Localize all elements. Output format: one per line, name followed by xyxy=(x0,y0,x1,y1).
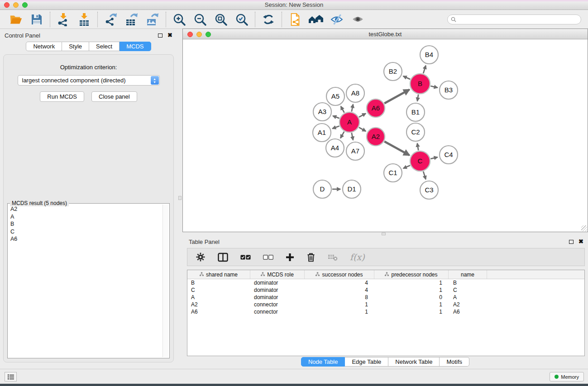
search-input[interactable] xyxy=(458,16,578,23)
edge-A-A1[interactable] xyxy=(332,126,339,129)
result-item-a[interactable]: A xyxy=(10,213,162,221)
vertical-splitter-grip[interactable] xyxy=(178,196,182,200)
import-table-icon[interactable] xyxy=(76,12,92,27)
node-label-A5: A5 xyxy=(331,92,339,100)
edge-C-C2[interactable] xyxy=(417,143,418,151)
run-mcds-button[interactable]: Run MCDS xyxy=(40,91,84,102)
minimize-network-button[interactable] xyxy=(196,32,202,37)
zoom-fit-icon[interactable] xyxy=(213,12,229,27)
function-builder-icon[interactable]: f(x) xyxy=(350,252,365,262)
tab-motifs[interactable]: Motifs xyxy=(440,357,469,367)
export-image-icon[interactable] xyxy=(145,12,160,27)
task-history-button[interactable] xyxy=(5,372,17,381)
network-view-window: testGlobe.txt B4B2BB3A5A8A6A3B1AA1C2A2A4… xyxy=(182,29,588,232)
column-header-label: successor nodes xyxy=(322,272,363,278)
column-header-name[interactable]: name xyxy=(449,270,487,279)
close-panel-icon[interactable]: ✖ xyxy=(167,33,172,38)
result-item-a2[interactable]: A2 xyxy=(10,205,162,213)
select-all-icon[interactable] xyxy=(240,255,251,260)
tab-edge-table[interactable]: Edge Table xyxy=(345,357,388,367)
tab-mcds[interactable]: MCDS xyxy=(120,42,151,51)
cell-predecessor-nodes: 1 xyxy=(374,301,449,308)
table-row-a[interactable]: Adominator80A xyxy=(187,294,584,301)
deselect-all-icon[interactable] xyxy=(263,255,273,260)
table-row-c[interactable]: Cdominator41C xyxy=(187,286,584,294)
edge-B-B1[interactable] xyxy=(417,95,418,101)
network-window-controls xyxy=(187,32,211,37)
edge-B-B4[interactable] xyxy=(423,66,425,73)
tab-node-table[interactable]: Node Table xyxy=(301,357,345,367)
edge-A-A3[interactable] xyxy=(333,116,339,118)
close-network-button[interactable] xyxy=(187,32,193,37)
edge-A-A6[interactable] xyxy=(359,114,366,117)
column-header-shared-name[interactable]: shared name xyxy=(187,270,250,279)
edge-C-C1[interactable] xyxy=(403,166,410,169)
edge-B-B2[interactable] xyxy=(403,76,410,79)
import-network-icon[interactable] xyxy=(56,12,71,27)
column-header-MCDS-role[interactable]: MCDS role xyxy=(250,270,305,279)
column-header-successor-nodes[interactable]: successor nodes xyxy=(305,270,374,279)
edge-B-B3[interactable] xyxy=(430,86,437,87)
mcds-result-list[interactable]: A2ABCA6 xyxy=(9,205,162,357)
table-row-a6[interactable]: A6connector11A6 xyxy=(187,308,584,315)
delete-table-icon[interactable] xyxy=(328,253,338,261)
memory-status-dot-icon xyxy=(555,375,559,379)
close-window-button[interactable] xyxy=(4,2,10,8)
show-panel-eye-icon[interactable] xyxy=(350,12,365,27)
zoom-out-icon[interactable] xyxy=(192,12,208,27)
settings-gear-icon[interactable] xyxy=(196,252,206,262)
node-label-B2: B2 xyxy=(389,67,397,75)
cell-successor-nodes: 1 xyxy=(305,301,374,308)
edge-A-A5[interactable] xyxy=(341,106,344,113)
zoom-network-button[interactable] xyxy=(206,32,211,37)
criterion-select[interactable]: largest connected component (directed) ▲… xyxy=(18,75,160,86)
edge-C-C4[interactable] xyxy=(430,157,437,158)
edge-A-A8[interactable] xyxy=(352,104,353,111)
home-icon[interactable] xyxy=(308,12,324,27)
network-title: testGlobe.txt xyxy=(369,31,402,38)
split-columns-icon[interactable] xyxy=(218,253,228,262)
memory-button[interactable]: Memory xyxy=(550,372,584,381)
edge-A-A4[interactable] xyxy=(340,132,344,138)
hide-panel-eye-slash-icon[interactable] xyxy=(329,12,344,27)
zoom-selected-icon[interactable] xyxy=(234,12,249,27)
cell-name: A xyxy=(449,294,487,300)
result-item-c[interactable]: C xyxy=(10,228,162,236)
zoom-in-icon[interactable] xyxy=(172,12,187,27)
float-table-panel-icon[interactable] xyxy=(569,240,574,244)
save-session-icon[interactable] xyxy=(29,12,44,27)
cell-successor-nodes: 1 xyxy=(305,309,374,315)
tab-network-table[interactable]: Network Table xyxy=(388,357,440,367)
tab-select[interactable]: Select xyxy=(89,42,120,51)
column-header-predecessor-nodes[interactable]: predecessor nodes xyxy=(374,270,449,279)
open-file-icon[interactable] xyxy=(8,12,24,27)
zoom-window-button[interactable] xyxy=(22,2,28,8)
edge-A-A2[interactable] xyxy=(359,128,366,131)
node-label-A4: A4 xyxy=(331,144,339,152)
minimize-window-button[interactable] xyxy=(13,2,19,8)
table-header-row: shared nameMCDS rolesuccessor nodesprede… xyxy=(187,270,584,279)
table-row-a2[interactable]: A2connector11A2 xyxy=(187,301,584,308)
refresh-layout-icon[interactable] xyxy=(261,12,276,27)
table-row-b[interactable]: Bdominator41B xyxy=(187,279,584,286)
edge-C-C3[interactable] xyxy=(423,172,425,179)
tab-network[interactable]: Network xyxy=(26,42,62,51)
delete-column-trash-icon[interactable] xyxy=(306,253,316,262)
export-table-icon[interactable] xyxy=(124,12,139,27)
window-resize-grip[interactable] xyxy=(581,225,587,231)
close-table-panel-icon[interactable]: ✖ xyxy=(578,239,583,244)
tab-style[interactable]: Style xyxy=(62,42,89,51)
export-network-icon[interactable] xyxy=(103,12,119,27)
float-panel-icon[interactable] xyxy=(158,33,163,38)
network-canvas[interactable]: B4B2BB3A5A8A6A3B1AA1C2A2A4A7C4CC1DD1C3 xyxy=(183,39,588,232)
new-network-file-icon[interactable] xyxy=(287,12,303,27)
result-item-a6[interactable]: A6 xyxy=(10,235,162,243)
close-panel-button[interactable]: Close panel xyxy=(91,91,137,102)
result-item-b[interactable]: B xyxy=(10,220,162,228)
edge-A6-B[interactable] xyxy=(384,90,409,103)
edge-A2-C[interactable] xyxy=(384,142,409,155)
result-scrollbar[interactable] xyxy=(163,205,168,357)
column-header-label: shared name xyxy=(206,272,238,278)
edge-A-A7[interactable] xyxy=(352,133,353,140)
add-column-plus-icon[interactable] xyxy=(286,253,294,262)
